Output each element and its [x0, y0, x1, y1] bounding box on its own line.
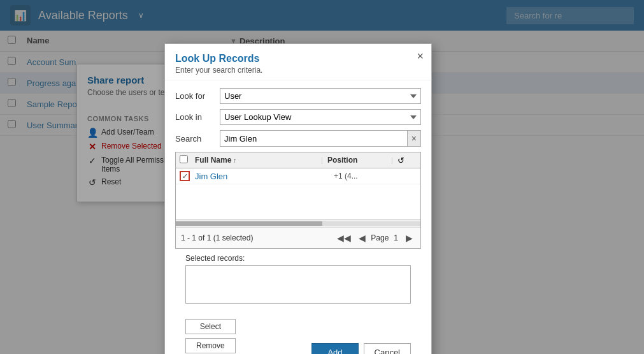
- search-clear-button[interactable]: ×: [407, 131, 420, 146]
- prev-page-button[interactable]: ◀: [356, 232, 368, 244]
- result-name-link[interactable]: Jim Glen: [195, 172, 227, 181]
- col-separator: |: [321, 156, 327, 164]
- sort-asc-icon: ↑: [233, 157, 236, 164]
- col-separator2: |: [391, 156, 397, 164]
- horizontal-scrollbar[interactable]: [176, 219, 420, 227]
- results-body: Jim Glen +1 (4...: [176, 168, 420, 219]
- look-in-label: Look in: [175, 112, 220, 122]
- dialog-close-button[interactable]: ×: [417, 50, 424, 62]
- page-number: 1: [394, 233, 398, 242]
- search-label: Search: [175, 134, 220, 144]
- results-actions-header: ↺: [397, 156, 417, 165]
- results-select-all-checkbox[interactable]: [180, 155, 188, 163]
- look-in-select-wrapper: User Lookup View: [220, 109, 421, 125]
- position-column-header: Position: [327, 156, 391, 165]
- left-action-buttons: Select Remove New: [185, 319, 236, 354]
- lookup-records-dialog: Look Up Records Enter your search criter…: [164, 43, 432, 354]
- dialog-subtitle: Enter your search criteria.: [175, 66, 421, 75]
- cancel-button[interactable]: Cancel: [364, 343, 411, 355]
- search-input[interactable]: [220, 131, 407, 146]
- results-select-all: [180, 155, 195, 165]
- next-page-button[interactable]: ▶: [403, 232, 415, 244]
- add-button[interactable]: Add: [311, 343, 358, 355]
- look-for-select-wrapper: User: [220, 88, 421, 104]
- look-for-label: Look for: [175, 91, 220, 101]
- result-check-cell: [180, 171, 195, 181]
- look-in-select[interactable]: User Lookup View: [220, 109, 421, 125]
- search-input-wrap: ×: [220, 130, 421, 147]
- selected-records-section: Selected records:: [175, 249, 421, 314]
- first-page-button[interactable]: ◀◀: [334, 232, 354, 244]
- fullname-column-header: Full Name ↑: [195, 156, 321, 165]
- result-row: Jim Glen +1 (4...: [176, 168, 420, 184]
- result-checkbox[interactable]: [180, 171, 190, 181]
- dialog-body: Look for User Look in User Lookup View S…: [165, 80, 431, 354]
- look-for-select[interactable]: User: [220, 88, 421, 104]
- pagination: 1 - 1 of 1 (1 selected) ◀◀ ◀ Page 1 ▶: [176, 227, 420, 248]
- search-row: Search ×: [175, 130, 421, 147]
- page-label: Page: [371, 233, 389, 242]
- scrollbar-track: [176, 221, 420, 226]
- dialog-header: Look Up Records Enter your search criter…: [165, 44, 431, 80]
- dialog-action-row: Select Remove New Add Cancel: [175, 314, 421, 354]
- search-input-wrapper: ×: [220, 130, 421, 147]
- scrollbar-thumb[interactable]: [176, 221, 322, 226]
- result-name-cell: Jim Glen: [195, 172, 334, 181]
- dialog-footer-buttons: Add Cancel: [311, 330, 411, 355]
- look-in-row: Look in User Lookup View: [175, 109, 421, 125]
- pagination-controls: ◀◀ ◀ Page 1 ▶: [334, 232, 415, 244]
- look-for-row: Look for User: [175, 88, 421, 104]
- remove-button[interactable]: Remove: [185, 338, 236, 353]
- pagination-info: 1 - 1 of 1 (1 selected): [181, 233, 253, 242]
- selected-records-box: [185, 265, 411, 304]
- results-table: Full Name ↑ | Position | ↺ Jim Glen: [175, 152, 421, 249]
- selected-records-label: Selected records:: [185, 254, 411, 263]
- result-phone-cell: +1 (4...: [334, 172, 417, 181]
- refresh-icon[interactable]: ↺: [397, 156, 404, 165]
- results-header: Full Name ↑ | Position | ↺: [176, 152, 420, 168]
- select-button[interactable]: Select: [185, 319, 236, 334]
- dialog-title: Look Up Records: [175, 53, 421, 64]
